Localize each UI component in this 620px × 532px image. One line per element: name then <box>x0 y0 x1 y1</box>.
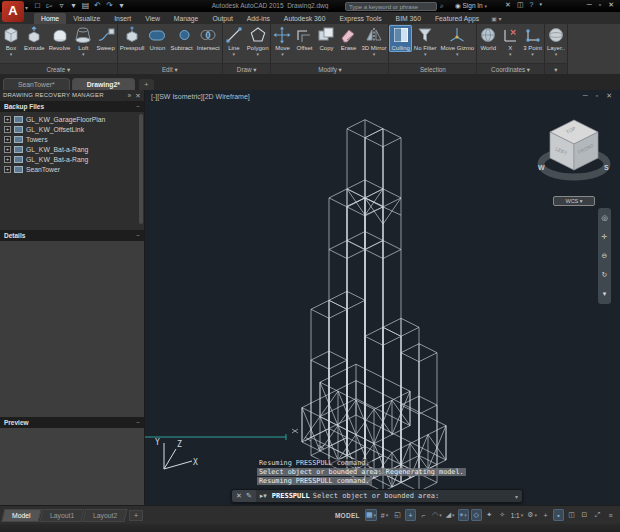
world-button[interactable]: World <box>477 25 499 52</box>
quick-properties-icon[interactable]: ◫ <box>566 509 577 521</box>
plot-icon[interactable]: ▤ <box>81 1 90 11</box>
exchange-apps-icon[interactable]: ✕ <box>505 1 511 9</box>
redo-icon[interactable]: ↷ <box>105 1 114 11</box>
move-button[interactable]: Move▾ <box>271 25 293 57</box>
model-space-viewport[interactable]: [-][SW Isometric][2D Wireframe] ─ ▫ ✕ TO… <box>145 90 620 505</box>
annotation-visibility-icon[interactable]: ✦ <box>484 509 495 521</box>
drawing-close-icon[interactable]: ✕ <box>606 92 612 100</box>
3-point-button[interactable]: 3 Point▾ <box>521 25 544 57</box>
details-header[interactable]: Details − <box>0 230 144 241</box>
tree-item[interactable]: +GL_KW_OffsetLink <box>0 124 144 134</box>
workspace-icon[interactable]: ⚙▾ <box>526 509 538 521</box>
ribbon-tab-output[interactable]: Output <box>205 13 239 24</box>
new-icon[interactable]: □ <box>33 1 42 11</box>
expand-icon[interactable]: + <box>4 136 11 143</box>
chevron-down-icon[interactable]: ▾ <box>509 52 512 57</box>
subtract-button[interactable]: Subtract <box>168 25 194 52</box>
open-icon[interactable]: ▻ <box>45 1 54 11</box>
collapse-icon[interactable]: − <box>136 419 140 426</box>
line-button[interactable]: Line▾ <box>223 25 245 57</box>
move-gizmo-button[interactable]: Move Gizmo▾ <box>439 25 477 57</box>
chevron-down-icon[interactable]: ▾ <box>373 52 376 57</box>
ortho-mode-icon[interactable]: ⌐ <box>418 509 429 521</box>
offset-button[interactable]: Offset <box>293 25 315 52</box>
command-close-icon[interactable]: ✕ <box>236 492 242 500</box>
autoscale-icon[interactable]: ✧ <box>497 509 508 521</box>
chevron-down-icon[interactable]: ▾ <box>456 52 459 57</box>
clean-screen-icon[interactable]: ⤢ <box>592 509 603 521</box>
expand-icon[interactable]: + <box>4 156 11 163</box>
intersect-button[interactable]: Intersect <box>195 25 222 52</box>
ribbon-tab-home[interactable]: Home <box>34 13 66 24</box>
copy-button[interactable]: Copy <box>315 25 337 52</box>
expand-icon[interactable]: + <box>4 146 11 153</box>
tree-item[interactable]: +GL_KW_Bat-a-Rang <box>0 144 144 154</box>
box-button[interactable]: Box▾ <box>0 25 22 57</box>
ribbon-tab-bim-360[interactable]: BIM 360 <box>389 13 428 24</box>
search-input[interactable]: Type a keyword or phrase <box>345 2 437 11</box>
ribbon-tab-visualize[interactable]: Visualize <box>66 13 107 24</box>
polygon-button[interactable]: Polygon▾ <box>245 25 271 57</box>
ribbon-tab-featured-apps[interactable]: Featured Apps <box>428 13 486 24</box>
tree-item[interactable]: +GL_KW_Bat-a-Rang <box>0 154 144 164</box>
panel-title-modify[interactable]: Modify ▾ <box>271 63 388 74</box>
ribbon-tab-insert[interactable]: Insert <box>107 13 138 24</box>
no-filter-button[interactable]: No Filter▾ <box>412 25 439 57</box>
command-line[interactable]: ✕ ✎ ▸▾ PRESSPULL Select object or bounde… <box>231 489 523 503</box>
annotation-monitor-icon[interactable]: + <box>540 509 551 521</box>
units-icon[interactable]: ▪ <box>553 509 564 521</box>
isodraft-icon[interactable]: ◢▾ <box>445 509 456 521</box>
chevron-down-icon[interactable]: ▾ <box>281 52 284 57</box>
new-drawing-tab-button[interactable]: + <box>139 79 154 90</box>
extrude-button[interactable]: Extrude <box>22 25 47 52</box>
save-as-icon[interactable]: ▾ <box>69 1 78 11</box>
expand-icon[interactable]: + <box>4 116 11 123</box>
chevron-down-icon[interactable]: ▾ <box>555 52 558 57</box>
ribbon-tab-add-ins[interactable]: Add-ins <box>240 13 277 24</box>
backup-files-header[interactable]: Backup Files − <box>0 101 144 112</box>
wcs-dropdown-button[interactable]: WCS ▾ <box>553 196 595 206</box>
model-space-label[interactable]: MODEL <box>335 512 360 519</box>
panel-title-layers[interactable]: ▾ <box>545 63 567 74</box>
infer-constraints-icon[interactable]: ◱ <box>392 509 403 521</box>
workspace-dropdown-icon[interactable]: ▾ <box>117 1 126 11</box>
3d-mirror-button[interactable]: 3D Mirror▾ <box>359 25 388 57</box>
recent-commands-icon[interactable]: ▸▾ <box>260 492 267 500</box>
loft-button[interactable]: Loft▾ <box>72 25 94 57</box>
tree-item[interactable]: +GL_KW_GarageFloorPlan <box>0 114 144 124</box>
x-button[interactable]: X▾ <box>499 25 521 57</box>
palette-autohide-icon[interactable]: » <box>128 92 132 99</box>
orbit-icon[interactable]: ↻ <box>602 271 608 279</box>
chevron-down-icon[interactable]: ▾ <box>82 52 85 57</box>
ribbon-tab-view[interactable]: View <box>138 13 167 24</box>
tree-item[interactable]: +Towers <box>0 134 144 144</box>
culling-button[interactable]: Culling <box>389 25 411 52</box>
command-prompt-input[interactable]: Select object or bounded area: <box>313 492 515 500</box>
save-icon[interactable]: ▿ <box>57 1 66 11</box>
object-snap-icon[interactable]: ⌖▾ <box>458 509 469 521</box>
panel-title-create[interactable]: Create ▾ <box>0 63 117 74</box>
minimize-icon[interactable]: ─ <box>587 1 592 9</box>
command-customize-icon[interactable]: ✎ <box>246 492 252 500</box>
viewcube[interactable]: TOP LEFT FRONT W S WCS ▾ <box>536 108 612 208</box>
search-icon[interactable]: ⌕ <box>440 2 444 10</box>
chevron-down-icon[interactable]: ▾ <box>531 52 534 57</box>
snap-mode-icon[interactable]: #▾ <box>379 509 390 521</box>
navbar-more-icon[interactable]: ▾ <box>603 290 607 298</box>
expand-icon[interactable]: + <box>4 126 11 133</box>
file-tab-seantower[interactable]: SeanTower* <box>3 78 70 90</box>
undo-icon[interactable]: ↶ <box>93 1 102 11</box>
ribbon-tab-manage[interactable]: Manage <box>167 13 206 24</box>
customization-icon[interactable]: ≡ <box>605 509 616 521</box>
palette-close-icon[interactable]: ✕ <box>135 92 141 99</box>
preview-header[interactable]: Preview − <box>0 417 144 428</box>
collapse-icon[interactable]: − <box>136 103 140 110</box>
annotation-scale-icon[interactable]: 1:1▾ <box>510 509 525 521</box>
help-dropdown-icon[interactable]: ▾ <box>539 1 542 9</box>
3d-osnap-icon[interactable]: ◇ <box>471 509 482 521</box>
revolve-button[interactable]: Revolve <box>47 25 73 52</box>
collapse-icon[interactable]: − <box>136 232 140 239</box>
layout-tab-model[interactable]: Model <box>1 509 41 522</box>
chevron-down-icon[interactable]: ▾ <box>424 52 427 57</box>
fullnav-wheel-icon[interactable]: ◎ <box>601 214 607 222</box>
